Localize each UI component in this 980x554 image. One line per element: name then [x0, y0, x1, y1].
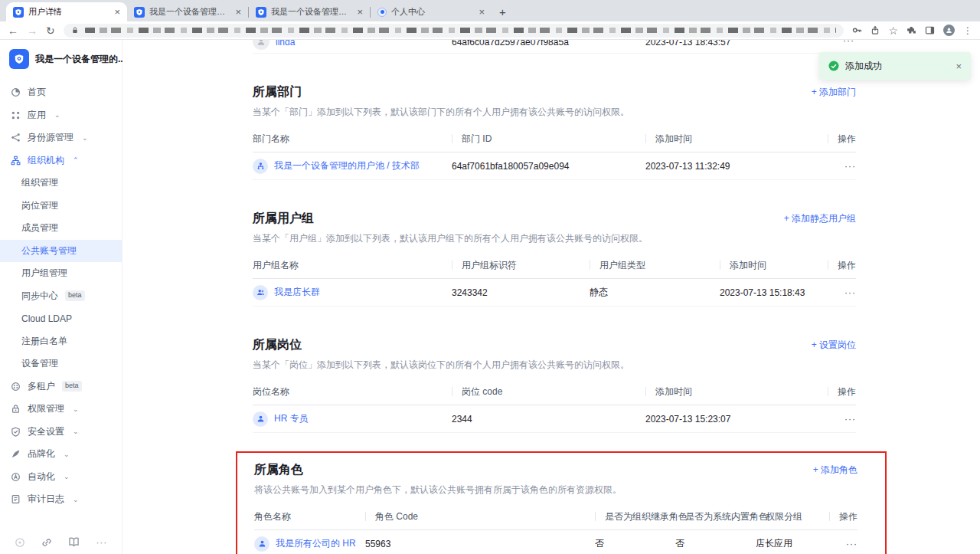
sidebar-item-registration-whitelist[interactable]: 注册白名单: [0, 330, 122, 353]
sidebar-item-label: 组织机构: [28, 154, 64, 167]
bookmark-star-icon[interactable]: ☆: [888, 25, 898, 37]
department-name: 我是一个设备管理的用户池 / 技术部: [274, 159, 420, 172]
lock-icon: [10, 404, 21, 415]
back-icon[interactable]: ←: [8, 25, 18, 36]
sidebar-item-security-settings[interactable]: 安全设置 ⌄: [0, 421, 122, 444]
sidebar-item-label: 成员管理: [21, 221, 58, 234]
tab-close-icon[interactable]: ×: [235, 7, 241, 17]
sidebar-item-position-management[interactable]: 岗位管理: [0, 195, 122, 218]
main-content: 添加成功 × linda 64af6c0a7d2597ae07f98a5a 20…: [122, 40, 980, 554]
address-bar[interactable]: [64, 24, 844, 38]
forward-icon[interactable]: →: [27, 25, 38, 36]
col-header: 添加时间: [645, 385, 825, 398]
brush-icon: [10, 449, 21, 460]
row-actions-icon[interactable]: ···: [825, 414, 856, 425]
row-actions-icon[interactable]: ···: [843, 40, 854, 46]
group-icon: [253, 285, 268, 300]
set-position-button[interactable]: + 设置岗位: [812, 339, 856, 352]
sidebar-item-organization[interactable]: 组织机构 ⌃: [0, 149, 122, 172]
toast-close-icon[interactable]: ×: [956, 61, 962, 72]
docs-book-icon[interactable]: [68, 536, 80, 548]
role-link[interactable]: 我是所有公司的 HR: [254, 536, 365, 552]
sidebar-item-label: 公共账号管理: [21, 244, 77, 257]
tab-close-icon[interactable]: ×: [479, 7, 485, 17]
table-header: 用户组名称 用户组标识符 用户组类型 添加时间 操作: [253, 253, 856, 279]
browser-toolbar: ← → ↻ ☆ ⋮: [0, 21, 980, 40]
col-header: 岗位名称: [253, 385, 452, 398]
add-department-button[interactable]: + 添加部门: [812, 86, 856, 99]
sidebar-item-home[interactable]: 首页: [0, 81, 122, 104]
row-actions-icon[interactable]: ···: [825, 161, 856, 172]
sidebar-item-permission-management[interactable]: 权限管理 ⌄: [0, 398, 122, 421]
sidebar-item-label: 首页: [28, 86, 46, 99]
sidebar-item-label: 自动化: [28, 470, 55, 484]
user-group-link[interactable]: 我是店长群: [253, 285, 452, 300]
browser-menu-icon[interactable]: ⋮: [963, 25, 972, 36]
toast-message: 添加成功: [845, 60, 882, 73]
sidebar-item-automation[interactable]: 自动化 ⌄: [0, 466, 122, 489]
col-header: 用户组标识符: [452, 259, 590, 272]
beta-badge: beta: [62, 381, 82, 392]
side-panel-icon[interactable]: [925, 25, 935, 35]
new-tab-button[interactable]: +: [499, 5, 506, 18]
help-icon[interactable]: [15, 537, 25, 548]
url-redacted: [85, 28, 837, 33]
section-departments: 所属部门 + 添加部门 当某个「部门」添加到以下列表，默认该部门下的所有个人用户…: [253, 84, 856, 180]
browser-window: 用户详情 × 我是一个设备管理的用户池 × 我是一个设备管理的用户池 × 个人中…: [0, 0, 980, 554]
sidebar-item-label: 设备管理: [21, 357, 58, 370]
sidebar-item-org-management[interactable]: 组织管理: [0, 172, 122, 195]
col-header: 部门 ID: [452, 133, 645, 146]
row-actions-icon[interactable]: ···: [827, 539, 858, 549]
col-header: 角色 Code: [365, 510, 595, 523]
position-link[interactable]: HR 专员: [253, 411, 452, 427]
sidebar-item-member-management[interactable]: 成员管理: [0, 217, 122, 240]
sidebar-item-public-account-management[interactable]: 公共账号管理: [0, 240, 122, 263]
sidebar-item-sync-center[interactable]: 同步中心 beta: [0, 285, 122, 308]
audit-log-icon: [10, 494, 21, 505]
tab-userpool-1[interactable]: 我是一个设备管理的用户池 ×: [127, 2, 248, 21]
sidebar-item-multi-tenant[interactable]: 多租户 beta: [0, 375, 122, 398]
reload-icon[interactable]: ↻: [46, 25, 55, 36]
password-key-icon[interactable]: [852, 25, 862, 35]
tab-user-detail[interactable]: 用户详情 ×: [6, 2, 127, 21]
section-title: 所属用户组: [253, 211, 314, 227]
apps-icon: [10, 110, 21, 120]
section-description: 当某个「用户组」添加到以下列表，默认该用户组下的所有个人用户拥有该公共账号的访问…: [253, 232, 856, 245]
add-role-button[interactable]: + 添加角色: [813, 464, 858, 477]
sidebar-item-audit-log[interactable]: 审计日志 ⌄: [0, 488, 122, 511]
tab-userpool-2[interactable]: 我是一个设备管理的用户池 ×: [249, 2, 370, 21]
extensions-puzzle-icon[interactable]: [906, 25, 916, 35]
added-time: 2023-07-13 11:32:49: [645, 161, 825, 172]
sidebar-item-label: 应用: [28, 109, 46, 122]
tab-close-icon[interactable]: ×: [357, 7, 363, 17]
chevron-down-icon: ⌄: [73, 405, 79, 413]
more-icon[interactable]: ···: [96, 537, 107, 548]
sidebar-item-apps[interactable]: 应用 ⌄: [0, 104, 122, 127]
sidebar-item-identity-source[interactable]: 身份源管理 ⌄: [0, 126, 122, 149]
sidebar-item-device-management[interactable]: 设备管理: [0, 352, 122, 375]
table-row: 我是所有公司的 HR 55963 否 否 店长应用 ···: [254, 530, 858, 554]
department-link[interactable]: 我是一个设备管理的用户池 / 技术部: [253, 159, 452, 174]
sidebar-item-usergroup-management[interactable]: 用户组管理: [0, 262, 122, 285]
workspace-switcher[interactable]: 我是一个设备管理的... ⌄: [0, 49, 122, 69]
person-icon: [253, 411, 268, 427]
tab-title: 个人中心: [391, 6, 474, 18]
user-group-name: 我是店长群: [274, 286, 320, 299]
sidebar-item-branding[interactable]: 品牌化 ⌄: [0, 443, 122, 466]
col-header: 操作: [825, 133, 856, 146]
profile-avatar[interactable]: [943, 25, 955, 36]
col-header: 权限分组: [756, 510, 827, 523]
user-link[interactable]: linda: [276, 40, 295, 48]
col-header: 操作: [825, 259, 856, 272]
tab-close-icon[interactable]: ×: [114, 7, 120, 17]
sidebar-item-cloud-ldap[interactable]: Cloud LDAP: [0, 307, 122, 330]
add-static-group-button[interactable]: + 添加静态用户组: [784, 212, 856, 225]
department-id: 64af7061bfa180057a09e094: [452, 161, 645, 172]
tab-personal-center[interactable]: 个人中心 ×: [371, 2, 492, 21]
link-icon[interactable]: [41, 537, 52, 548]
avatar: [253, 40, 270, 50]
row-actions-icon[interactable]: ···: [825, 287, 856, 298]
sidebar-item-label: 安全设置: [28, 425, 64, 438]
sidebar-item-label: 用户组管理: [21, 267, 67, 280]
share-icon[interactable]: [871, 25, 880, 35]
